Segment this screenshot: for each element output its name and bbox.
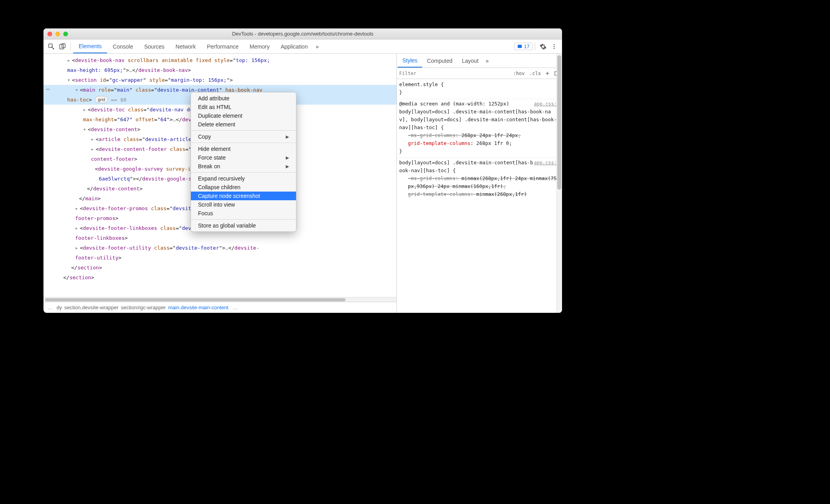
style-rule[interactable]: element.style { } xyxy=(399,80,560,99)
tab-network[interactable]: Network xyxy=(170,39,201,53)
tab-sources[interactable]: Sources xyxy=(139,39,170,53)
menu-expand-recursively[interactable]: Expand recursively xyxy=(191,174,296,183)
hov-button[interactable]: :hov xyxy=(511,71,527,76)
rule-close: } xyxy=(399,88,560,96)
dom-node[interactable]: max-height: 695px;">…</devsite-book-nav> xyxy=(43,65,396,75)
breadcrumb-item-active[interactable]: main.devsite-main-content xyxy=(168,305,228,310)
toolbar-separator xyxy=(535,42,535,51)
css-declaration[interactable]: grid-template-columns: minmax(268px,1fr) xyxy=(399,190,560,198)
style-rule[interactable]: app.css:1 body[layout=docs] .devsite-mai… xyxy=(399,158,560,201)
menu-capture-node-screenshot[interactable]: Capture node screenshot xyxy=(191,192,296,200)
menu-duplicate-element[interactable]: Duplicate element xyxy=(191,111,296,120)
toolbar-separator xyxy=(70,42,71,51)
dom-node[interactable]: </section> xyxy=(43,263,396,273)
context-menu: Add attribute Edit as HTML Duplicate ele… xyxy=(191,92,296,232)
horizontal-scrollbar[interactable] xyxy=(43,297,396,302)
css-declaration[interactable]: -ms-grid-columns: 268px 24px 1fr 24px; xyxy=(399,132,560,139)
error-count-badge[interactable]: 17 xyxy=(514,43,532,50)
menu-edit-as-html[interactable]: Edit as HTML xyxy=(191,103,296,111)
source-link[interactable]: app.css:1 xyxy=(534,100,560,108)
svg-point-5 xyxy=(554,46,555,47)
breadcrumb-item[interactable]: dy xyxy=(57,305,62,310)
menu-copy[interactable]: Copy▶ xyxy=(191,132,296,141)
scrollbar-thumb[interactable] xyxy=(45,298,345,301)
more-tabs-indicator[interactable]: » xyxy=(483,58,491,64)
main-toolbar: Elements Console Sources Network Perform… xyxy=(43,39,562,54)
style-rule[interactable]: app.css:1 @media screen and (max-width: … xyxy=(399,99,560,158)
dom-node[interactable]: footer-utility> xyxy=(43,253,396,263)
dom-node[interactable]: ▾<section id="gc-wrapper" style="margin-… xyxy=(43,75,396,85)
grid-badge[interactable]: grid xyxy=(95,96,108,103)
menu-break-on[interactable]: Break on▶ xyxy=(191,162,296,171)
breadcrumb-overflow-left[interactable]: … xyxy=(46,305,54,310)
tab-memory[interactable]: Memory xyxy=(244,39,275,53)
rule-selector[interactable]: body[layout=docs] .devsite-main-content[… xyxy=(399,108,560,132)
vertical-scrollbar[interactable] xyxy=(556,54,562,313)
styles-tabs: Styles Computed Layout » xyxy=(397,54,562,68)
more-options-icon[interactable] xyxy=(549,42,559,51)
tab-computed[interactable]: Computed xyxy=(422,54,457,68)
menu-scroll-into-view[interactable]: Scroll into view xyxy=(191,200,296,209)
menu-separator xyxy=(191,172,296,173)
error-count-value: 17 xyxy=(524,43,530,49)
menu-store-as-global[interactable]: Store as global variable xyxy=(191,221,296,230)
breadcrumb: … dy section.devsite-wrapper section#gc-… xyxy=(43,302,396,313)
scrollbar-thumb[interactable] xyxy=(557,55,561,190)
inspect-element-icon[interactable] xyxy=(47,42,56,51)
submenu-arrow-icon: ▶ xyxy=(286,134,289,139)
menu-separator xyxy=(191,130,296,131)
content-area: ⋯ ▸<devsite-book-nav scrollbars animatab… xyxy=(43,54,562,313)
device-toolbar-icon[interactable] xyxy=(58,42,67,51)
styles-panel: Styles Computed Layout » :hov .cls + ele… xyxy=(397,54,562,313)
menu-separator xyxy=(191,143,296,143)
styles-rules[interactable]: element.style { } app.css:1 @media scree… xyxy=(397,79,562,313)
breadcrumb-item[interactable]: section.devsite-wrapper xyxy=(64,305,119,310)
submenu-arrow-icon: ▶ xyxy=(286,164,289,169)
breadcrumb-overflow-right[interactable]: … xyxy=(231,305,239,310)
tab-performance[interactable]: Performance xyxy=(201,39,244,53)
menu-focus[interactable]: Focus xyxy=(191,209,296,218)
rule-close: } xyxy=(399,147,560,155)
menu-hide-element[interactable]: Hide element xyxy=(191,145,296,153)
source-link[interactable]: app.css:1 xyxy=(534,159,560,167)
main-tabs: Elements Console Sources Network Perform… xyxy=(73,39,321,53)
dom-node[interactable]: footer-linkboxes> xyxy=(43,233,396,243)
styles-filter-input[interactable] xyxy=(397,71,511,76)
css-declaration[interactable]: grid-template-columns: 268px 1fr 0; xyxy=(399,139,560,147)
dom-node[interactable]: </section> xyxy=(43,273,396,282)
new-rule-button[interactable]: + xyxy=(543,70,552,77)
rule-selector[interactable]: element.style { xyxy=(399,81,560,88)
menu-force-state[interactable]: Force state▶ xyxy=(191,153,296,162)
tab-application[interactable]: Application xyxy=(275,39,313,53)
window-title: DevTools - developers.google.com/web/too… xyxy=(43,31,562,37)
tab-layout[interactable]: Layout xyxy=(457,54,483,68)
breadcrumb-item[interactable]: section#gc-wrapper xyxy=(121,305,166,310)
overflow-indicator-icon: ⋯ xyxy=(46,84,50,94)
dom-node[interactable]: ▸<devsite-book-nav scrollbars animatable… xyxy=(43,55,396,65)
svg-point-6 xyxy=(554,48,555,49)
devtools-window: DevTools - developers.google.com/web/too… xyxy=(43,28,562,313)
menu-collapse-children[interactable]: Collapse children xyxy=(191,183,296,192)
svg-rect-3 xyxy=(517,45,522,48)
tab-console[interactable]: Console xyxy=(107,39,138,53)
submenu-arrow-icon: ▶ xyxy=(286,155,289,160)
styles-filter-bar: :hov .cls + xyxy=(397,68,562,79)
titlebar: DevTools - developers.google.com/web/too… xyxy=(43,28,562,39)
elements-panel: ⋯ ▸<devsite-book-nav scrollbars animatab… xyxy=(43,54,397,313)
tab-elements[interactable]: Elements xyxy=(73,39,107,53)
settings-icon[interactable] xyxy=(538,42,548,51)
tab-styles[interactable]: Styles xyxy=(398,54,422,68)
css-declaration[interactable]: -ms-grid-columns: minmax(268px,1fr) 24px… xyxy=(399,175,560,190)
svg-point-4 xyxy=(554,44,555,45)
more-tabs-indicator[interactable]: » xyxy=(313,43,321,50)
dom-node[interactable]: ▸<devsite-footer-utility class="devsite-… xyxy=(43,243,396,253)
menu-delete-element[interactable]: Delete element xyxy=(191,120,296,129)
menu-add-attribute[interactable]: Add attribute xyxy=(191,94,296,103)
menu-separator xyxy=(191,219,296,220)
cls-button[interactable]: .cls xyxy=(527,71,543,76)
